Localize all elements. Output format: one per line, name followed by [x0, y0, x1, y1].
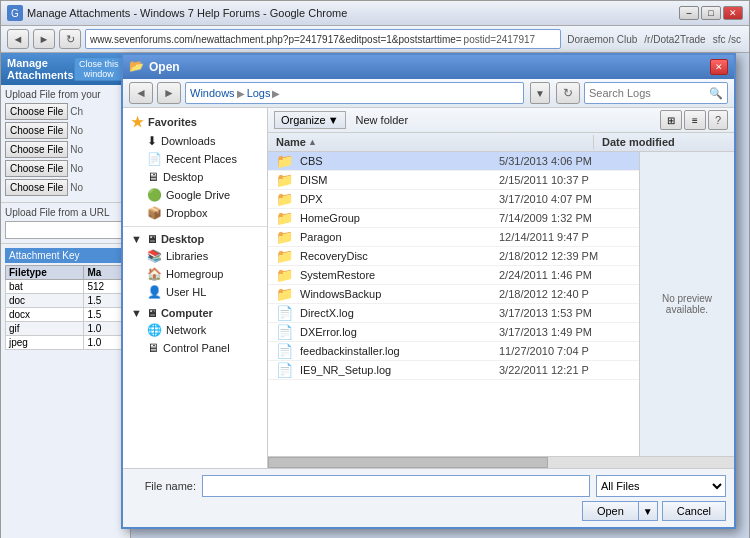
scroll-thumb[interactable]: [268, 457, 548, 468]
desktop-header[interactable]: ▼ 🖥 Desktop: [123, 231, 267, 247]
dialog-refresh-button[interactable]: ↻: [556, 82, 580, 104]
maximize-button[interactable]: □: [701, 6, 721, 20]
file-name-systemrestore: SystemRestore: [300, 269, 499, 281]
file-date-ie9log: 3/22/2011 12:21 P: [499, 364, 639, 376]
row-label-3: No: [70, 163, 83, 174]
file-type-select[interactable]: All Files: [596, 475, 726, 497]
nav-downloads[interactable]: ⬇ Downloads: [123, 132, 267, 150]
dialog-back-button[interactable]: ◄: [129, 82, 153, 104]
file-item-paragon[interactable]: 📁 Paragon 12/14/2011 9:47 P: [268, 228, 639, 247]
choose-file-row-1: Choose File No: [5, 122, 126, 139]
cancel-button[interactable]: Cancel: [662, 501, 726, 521]
refresh-button[interactable]: ↻: [59, 29, 81, 49]
choose-file-button-4[interactable]: Choose File: [5, 179, 68, 196]
breadcrumb-windows[interactable]: Windows: [190, 87, 235, 99]
file-item-cbs[interactable]: 📁 CBS 5/31/2013 4:06 PM: [268, 152, 639, 171]
horizontal-scrollbar[interactable]: [268, 456, 734, 468]
col-name-header[interactable]: Name ▲: [268, 135, 594, 149]
row-label-4: No: [70, 182, 83, 193]
nav-libraries[interactable]: 📚 Libraries: [123, 247, 267, 265]
computer-header[interactable]: ▼ 🖥 Computer: [123, 305, 267, 321]
nav-recent-places[interactable]: 📄 Recent Places: [123, 150, 267, 168]
search-logs-input[interactable]: [589, 87, 709, 99]
att-row-doc: doc 1.5: [6, 294, 126, 308]
breadcrumb-dropdown-button[interactable]: ▼: [530, 82, 550, 104]
browser-window: G Manage Attachments - Windows 7 Help Fo…: [0, 0, 750, 538]
nav-desktop-label: Desktop: [163, 171, 203, 183]
nav-google-drive[interactable]: 🟢 Google Drive: [123, 186, 267, 204]
choose-file-row-3: Choose File No: [5, 160, 126, 177]
file-name-ie9log: IE9_NR_Setup.log: [300, 364, 499, 376]
att-type-doc: doc: [6, 294, 84, 308]
favorites-header[interactable]: ★ Favorites: [123, 112, 267, 132]
google-drive-icon: 🟢: [147, 188, 162, 202]
dialog-forward-button[interactable]: ►: [157, 82, 181, 104]
open-button[interactable]: Open: [582, 501, 638, 521]
fav-dota2[interactable]: /r/Dota2Trade: [642, 34, 707, 45]
file-date-dpx: 3/17/2010 4:07 PM: [499, 193, 639, 205]
file-name-recoverydisc: RecoveryDisc: [300, 250, 499, 262]
choose-file-button-3[interactable]: Choose File: [5, 160, 68, 177]
att-max-doc: 1.5: [84, 294, 126, 308]
breadcrumb-sep-1: ▶: [237, 88, 245, 99]
computer-section-icon: 🖥: [146, 307, 157, 319]
help-button[interactable]: ?: [708, 110, 728, 130]
browser-toolbar: ◄ ► ↻ www.sevenforums.com/newattachment.…: [1, 26, 749, 53]
nav-desktop[interactable]: 🖥 Desktop: [123, 168, 267, 186]
forward-button[interactable]: ►: [33, 29, 55, 49]
close-window-button[interactable]: Close this window: [74, 57, 124, 81]
file-item-dism[interactable]: 📁 DISM 2/15/2011 10:37 P: [268, 171, 639, 190]
back-button[interactable]: ◄: [7, 29, 29, 49]
fav-doraemon[interactable]: Doraemon Club: [565, 34, 639, 45]
nav-user-hl[interactable]: 👤 User HL: [123, 283, 267, 301]
close-button[interactable]: ✕: [723, 6, 743, 20]
nav-homegroup[interactable]: 🏠 Homegroup: [123, 265, 267, 283]
address-bar[interactable]: www.sevenforums.com/newattachment.php?p=…: [85, 29, 561, 49]
choose-file-row-2: Choose File No: [5, 141, 126, 158]
file-item-homegroup[interactable]: 📁 HomeGroup 7/14/2009 1:32 PM: [268, 209, 639, 228]
favorites-section: ★ Favorites ⬇ Downloads 📄 Recent Places: [123, 112, 267, 222]
open-button-arrow[interactable]: ▼: [638, 501, 658, 521]
file-item-directxlog[interactable]: 📄 DirectX.log 3/17/2013 1:53 PM: [268, 304, 639, 323]
file-item-ie9log[interactable]: 📄 IE9_NR_Setup.log 3/22/2011 12:21 P: [268, 361, 639, 380]
file-item-windowsbackup[interactable]: 📁 WindowsBackup 2/18/2012 12:40 P: [268, 285, 639, 304]
file-item-feedbacklog[interactable]: 📄 feedbackinstaller.log 11/27/2010 7:04 …: [268, 342, 639, 361]
file-item-dxerrorlog[interactable]: 📄 DXError.log 3/17/2013 1:49 PM: [268, 323, 639, 342]
nav-network-label: Network: [166, 324, 206, 336]
organize-button[interactable]: Organize ▼: [274, 111, 346, 129]
nav-dropbox[interactable]: 📦 Dropbox: [123, 204, 267, 222]
att-max-bat: 512: [84, 280, 126, 294]
dialog-title-icon: 📂: [129, 59, 145, 75]
fav-sfc[interactable]: sfc /sc: [711, 34, 743, 45]
col-date-header[interactable]: Date modified: [594, 135, 734, 149]
breadcrumb-logs[interactable]: Logs: [247, 87, 271, 99]
open-button-group: Open ▼: [582, 501, 658, 521]
choose-file-button-2[interactable]: Choose File: [5, 141, 68, 158]
file-item-dpx[interactable]: 📁 DPX 3/17/2010 4:07 PM: [268, 190, 639, 209]
dialog-close-button[interactable]: ✕: [710, 59, 728, 75]
col-date-label: Date modified: [602, 136, 675, 148]
file-icon-ie9log: 📄: [268, 362, 300, 378]
file-item-systemrestore[interactable]: 📁 SystemRestore 2/24/2011 1:46 PM: [268, 266, 639, 285]
view-controls: ⊞ ≡ ?: [660, 110, 728, 130]
browser-content: Manage Attachments Close this window Upl…: [1, 53, 749, 538]
new-folder-button[interactable]: New folder: [350, 112, 415, 128]
view-list-button[interactable]: ≡: [684, 110, 706, 130]
minimize-button[interactable]: –: [679, 6, 699, 20]
file-name-input[interactable]: [202, 475, 590, 497]
choose-file-button-0[interactable]: Choose File: [5, 103, 68, 120]
choose-file-button-1[interactable]: Choose File: [5, 122, 68, 139]
view-toggle-button[interactable]: ⊞: [660, 110, 682, 130]
file-date-dxerrorlog: 3/17/2013 1:49 PM: [499, 326, 639, 338]
nav-gdrive-label: Google Drive: [166, 189, 230, 201]
nav-control-panel[interactable]: 🖥 Control Panel: [123, 339, 267, 357]
libraries-icon: 📚: [147, 249, 162, 263]
preview-text: No preview available.: [648, 293, 726, 315]
search-icon: 🔍: [709, 87, 723, 100]
file-item-recoverydisc[interactable]: 📁 RecoveryDisc 2/18/2012 12:39 PM: [268, 247, 639, 266]
url-section: Upload File from a URL: [1, 202, 130, 243]
url-input[interactable]: [5, 221, 126, 239]
browser-title: Manage Attachments - Windows 7 Help Foru…: [27, 7, 675, 19]
att-row-bat: bat 512: [6, 280, 126, 294]
nav-network[interactable]: 🌐 Network: [123, 321, 267, 339]
